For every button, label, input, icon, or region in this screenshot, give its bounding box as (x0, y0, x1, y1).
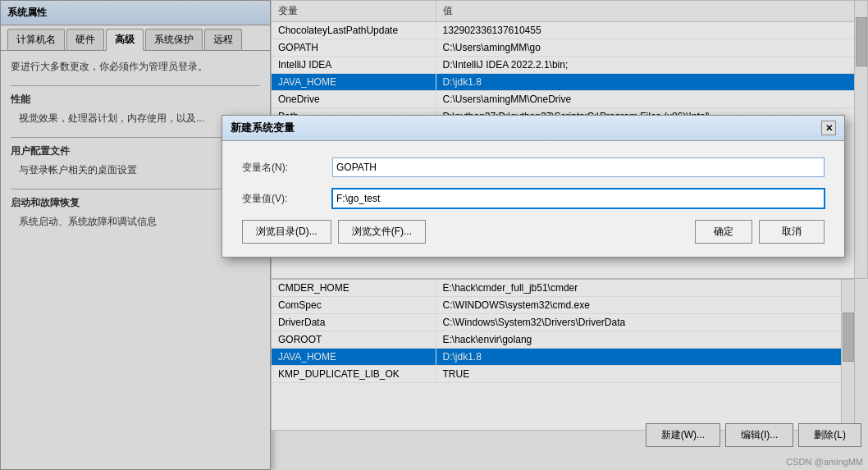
ok-button[interactable]: 确定 (695, 220, 752, 244)
dialog-titlebar: 新建系统变量 ✕ (222, 116, 844, 141)
new-var-dialog: 新建系统变量 ✕ 变量名(N): 变量值(V): 浏览目录(D)... 浏览文件… (222, 115, 845, 258)
browse-file-button[interactable]: 浏览文件(F)... (338, 220, 426, 244)
var-name-row: 变量名(N): (242, 157, 825, 177)
browse-dir-button[interactable]: 浏览目录(D)... (242, 220, 331, 244)
var-value-row: 变量值(V): (242, 189, 825, 208)
var-value-input[interactable] (332, 189, 825, 208)
var-name-input[interactable] (332, 157, 825, 177)
cancel-button[interactable]: 取消 (759, 220, 825, 244)
dialog-body: 变量名(N): 变量值(V): 浏览目录(D)... 浏览文件(F)... 确定… (222, 141, 844, 257)
var-value-label: 变量值(V): (242, 192, 332, 206)
dialog-close-button[interactable]: ✕ (821, 121, 836, 135)
var-name-label: 变量名(N): (242, 161, 332, 175)
dialog-title: 新建系统变量 (231, 121, 295, 135)
dialog-buttons: 浏览目录(D)... 浏览文件(F)... 确定 取消 (242, 220, 825, 244)
